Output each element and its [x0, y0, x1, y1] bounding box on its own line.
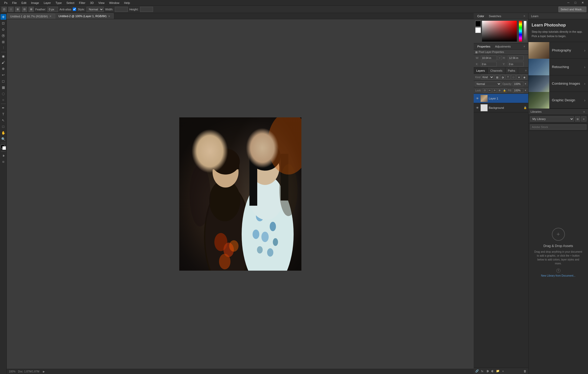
swatches-tab[interactable]: Swatches — [487, 15, 503, 18]
link-dimensions-btn[interactable]: ∞ — [498, 56, 502, 60]
fill-input[interactable] — [513, 88, 523, 93]
clone-tool[interactable]: ⊕ — [1, 66, 6, 71]
brush-tool[interactable]: 🖌 — [1, 59, 6, 65]
filter-adj-btn[interactable]: ◑ — [500, 75, 505, 79]
fill-arrow[interactable]: ▼ — [524, 89, 527, 92]
menu-edit[interactable]: Edit — [19, 1, 29, 5]
properties-panel-collapse[interactable]: ≡ — [523, 45, 526, 48]
quick-mask-btn[interactable]: ◑ — [1, 153, 6, 158]
eyedropper-tool[interactable]: ⦙ — [1, 45, 6, 51]
add-mask-btn[interactable]: ◑ — [485, 369, 490, 373]
x-input[interactable] — [481, 62, 497, 66]
tab-untitled1-close[interactable]: ✕ — [49, 15, 51, 18]
menu-window[interactable]: Window — [107, 1, 121, 5]
canvas-scroll[interactable] — [7, 19, 474, 369]
style-select[interactable]: Normal — [87, 7, 104, 12]
pen-tool[interactable]: ✒ — [1, 105, 6, 111]
feather-input[interactable] — [48, 7, 58, 12]
layer-item-background[interactable]: 👁 Background 🔒 — [474, 103, 528, 112]
shape-tool[interactable]: □ — [1, 124, 6, 129]
add-folder-btn[interactable]: 📁 — [495, 369, 500, 373]
adjustments-tab[interactable]: Adjustments — [493, 45, 512, 48]
link-layers-btn[interactable]: 🔗 — [475, 369, 479, 373]
library-new-from-doc-link[interactable]: New Library from Document... — [541, 274, 576, 277]
path-select-tool[interactable]: ↖ — [1, 117, 6, 123]
lock-artboard-btn[interactable]: ⊞ — [498, 88, 502, 92]
menu-image[interactable]: Image — [29, 1, 41, 5]
color-gradient-picker[interactable] — [482, 21, 517, 42]
select-mask-button[interactable]: Select and Mask... — [558, 6, 587, 12]
new-sel-btn[interactable]: □ — [8, 7, 14, 12]
move-tool[interactable]: ✛ — [1, 14, 6, 20]
library-grid-view-btn[interactable]: ⊞ — [575, 116, 580, 122]
learn-item-graphic-design[interactable]: Graphic Design › — [528, 92, 588, 109]
blend-mode-select[interactable]: Normal — [475, 82, 501, 86]
antialias-checkbox[interactable] — [73, 8, 76, 11]
layers-tab[interactable]: Layers — [474, 68, 488, 74]
add-fx-btn[interactable]: fx — [480, 369, 485, 373]
delete-layer-btn[interactable]: 🗑 — [523, 369, 527, 373]
background-swatch[interactable] — [2, 146, 6, 150]
filter-toggle-btn[interactable]: ◉ — [522, 75, 527, 79]
lock-position-btn[interactable]: ✛ — [493, 88, 497, 92]
color-panel-collapse[interactable]: ≡ — [523, 15, 526, 17]
libraries-panel-collapse[interactable]: ≡ — [582, 110, 586, 113]
layer-kind-select[interactable]: Kind — [481, 75, 494, 79]
tab-untitled2-close[interactable]: ✕ — [108, 15, 110, 18]
opacity-arrow[interactable]: ▼ — [524, 83, 527, 85]
filter-pixel-btn[interactable]: ▦ — [495, 75, 499, 79]
marquee-tool[interactable]: ⊡ — [1, 20, 6, 26]
color-tab[interactable]: Color — [476, 15, 486, 18]
eraser-tool[interactable]: ◻ — [1, 78, 6, 84]
tab-untitled2[interactable]: Untitled-2 @ 100% (Layer 1, RGB/8#) ✕ — [55, 13, 114, 19]
add-layer-btn[interactable]: + — [501, 369, 505, 373]
sub-sel-btn[interactable]: ⊟ — [22, 7, 27, 12]
window-close[interactable]: ✕ — [579, 1, 586, 5]
layer-item-layer1[interactable]: 👁 Layer 1 — [474, 94, 528, 103]
crop-tool[interactable]: ⊞ — [1, 39, 6, 45]
add-sel-btn[interactable]: ⊞ — [15, 7, 20, 12]
library-search-input[interactable] — [530, 124, 586, 130]
add-adjustment-btn[interactable]: ◐ — [490, 369, 495, 373]
layers-panel-collapse[interactable]: ≡ — [524, 69, 528, 72]
menu-type[interactable]: Type — [54, 1, 64, 5]
color-hue-slider[interactable] — [519, 21, 522, 42]
height-input[interactable] — [140, 7, 153, 12]
library-help-icon[interactable]: ? — [556, 269, 560, 273]
blur-tool[interactable]: ◌ — [1, 91, 6, 96]
properties-tab[interactable]: Properties — [476, 45, 492, 48]
zoom-tool[interactable]: 🔍 — [1, 136, 6, 142]
filter-type-btn[interactable]: T — [506, 75, 510, 79]
learn-item-retouching[interactable]: Retouching › — [528, 59, 588, 75]
dodge-tool[interactable]: ○ — [1, 97, 6, 103]
window-minimize[interactable]: ─ — [565, 1, 572, 5]
menu-layer[interactable]: Layer — [42, 1, 53, 5]
menu-3d[interactable]: 3D — [88, 1, 96, 5]
healing-tool[interactable]: ◉ — [1, 53, 6, 59]
background-color-swatch[interactable] — [475, 27, 481, 33]
lasso-tool[interactable]: ⊙ — [1, 26, 6, 32]
lock-all-btn[interactable]: 🔒 — [503, 88, 507, 92]
menu-file[interactable]: File — [10, 1, 19, 5]
tab-untitled1[interactable]: Untitled-1 @ 66.7% (RGB/8#) ✕ — [7, 13, 55, 19]
filter-shape-btn[interactable]: □ — [511, 75, 516, 79]
menu-view[interactable]: View — [96, 1, 107, 5]
hand-tool[interactable]: ✋ — [1, 130, 6, 136]
color-swatches[interactable] — [1, 145, 6, 150]
screen-mode-btn[interactable]: ⊟ — [1, 159, 6, 165]
library-list-view-btn[interactable]: ≡ — [581, 116, 586, 122]
library-add-icon[interactable]: + — [552, 228, 565, 241]
library-select[interactable]: My Library — [530, 116, 574, 122]
color-alpha-slider[interactable] — [524, 21, 527, 42]
y-input[interactable] — [508, 62, 524, 66]
learn-item-combining[interactable]: Combining Images › — [528, 75, 588, 92]
lock-transparent-btn[interactable]: ⊡ — [483, 88, 487, 92]
width-input[interactable] — [115, 7, 128, 12]
text-tool[interactable]: T — [1, 111, 6, 117]
background-visibility-toggle[interactable]: 👁 — [475, 106, 479, 110]
paths-tab[interactable]: Paths — [505, 68, 518, 74]
menu-help[interactable]: Help — [122, 1, 132, 5]
window-maximize[interactable]: □ — [572, 1, 578, 5]
properties-panel-header[interactable]: Properties Adjustments ≡ — [474, 43, 528, 50]
foreground-color-swatch[interactable] — [475, 21, 481, 26]
